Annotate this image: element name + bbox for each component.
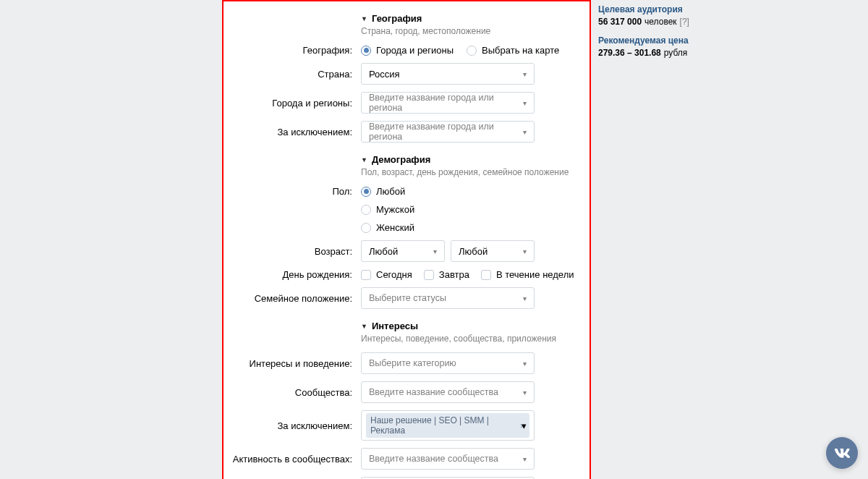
sidebar-price-value: 279.36 – 301.68 <box>598 48 661 58</box>
checkbox-bday-tomorrow[interactable]: Завтра <box>424 269 469 280</box>
select-country[interactable]: Россия ▾ <box>361 63 535 85</box>
chevron-down-icon: ▾ <box>523 128 527 136</box>
chevron-down-icon[interactable]: ▼ <box>361 323 367 330</box>
label-geo-except: За исключением: <box>224 127 361 137</box>
radio-icon <box>467 46 477 56</box>
label-communities-except: За исключением: <box>224 420 361 431</box>
radio-sex-any[interactable]: Любой <box>361 186 414 197</box>
label-sex: Пол: <box>224 186 361 197</box>
section-subtitle: Страна, город, местоположение <box>361 26 590 36</box>
chevron-down-icon: ▾ <box>433 247 437 255</box>
section-geography-header: ▼ География Страна, город, местоположени… <box>361 9 590 45</box>
sidebar-stats: Целевая аудитория 56 317 000 человек [?]… <box>598 0 699 479</box>
section-subtitle: Пол, возраст, день рождения, семейное по… <box>361 167 590 177</box>
checkbox-icon <box>361 270 371 280</box>
section-title: Интересы <box>372 321 418 331</box>
chevron-down-icon: ▾ <box>523 455 527 463</box>
radio-icon <box>361 46 371 56</box>
chevron-down-icon[interactable]: ▼ <box>361 156 367 164</box>
select-age-from[interactable]: Любой ▾ <box>361 240 445 262</box>
chevron-down-icon: ▾ <box>522 420 527 431</box>
chevron-down-icon: ▾ <box>523 70 527 78</box>
chevron-down-icon: ▾ <box>523 247 527 255</box>
input-communities[interactable]: Введите название сообщества ▾ <box>361 381 535 403</box>
input-cities-regions[interactable]: Введите название города или региона ▾ <box>361 92 535 114</box>
vk-fab-button[interactable] <box>826 437 858 469</box>
select-interests-behavior[interactable]: Выберите категорию ▾ <box>361 352 535 374</box>
label-birthday: День рождения: <box>224 269 361 280</box>
help-icon[interactable]: [?] <box>680 17 689 27</box>
label-communities: Сообщества: <box>224 387 361 398</box>
radio-icon <box>361 187 371 197</box>
token-excluded-community: Наше решение | SEO | SMM | Реклама × <box>366 413 529 438</box>
radio-cities-regions[interactable]: Города и регионы <box>361 45 454 56</box>
checkbox-icon <box>481 270 491 280</box>
radio-icon <box>361 223 371 233</box>
section-interests-header: ▼ Интересы Интересы, поведение, сообщест… <box>361 316 590 352</box>
checkbox-icon <box>424 270 434 280</box>
select-marital[interactable]: Выберите статусы ▾ <box>361 287 535 309</box>
checkbox-bday-week[interactable]: В течение недели <box>481 269 574 280</box>
section-title: География <box>372 13 422 24</box>
chevron-down-icon[interactable]: ▼ <box>361 15 367 22</box>
chevron-down-icon: ▾ <box>523 99 527 107</box>
radio-sex-male[interactable]: Мужской <box>361 204 414 215</box>
radio-icon <box>361 205 371 215</box>
radio-select-on-map[interactable]: Выбрать на карте <box>467 45 559 56</box>
input-geo-except[interactable]: Введите название города или региона ▾ <box>361 121 535 143</box>
sidebar-audience-title: Целевая аудитория <box>598 4 699 14</box>
section-subtitle: Интересы, поведение, сообщества, приложе… <box>361 334 590 344</box>
label-interests-behavior: Интересы и поведение: <box>224 358 361 369</box>
select-age-to[interactable]: Любой ▾ <box>451 240 535 262</box>
label-country: Страна: <box>224 69 361 80</box>
label-activity: Активность в сообществах: <box>224 454 361 465</box>
input-communities-except[interactable]: Наше решение | SEO | SMM | Реклама × ▾ <box>361 410 535 441</box>
section-demography-header: ▼ Демография Пол, возраст, день рождения… <box>361 150 590 186</box>
sidebar-price-title: Рекомендуемая цена <box>598 35 699 46</box>
checkbox-bday-today[interactable]: Сегодня <box>361 269 412 280</box>
targeting-panel: ▼ География Страна, город, местоположени… <box>222 0 591 479</box>
label-geography: География: <box>224 45 361 56</box>
label-age: Возраст: <box>224 246 361 257</box>
sidebar-audience-value: 56 317 000 <box>598 17 642 27</box>
vk-icon <box>834 449 850 458</box>
chevron-down-icon: ▾ <box>523 389 527 397</box>
radio-sex-female[interactable]: Женский <box>361 222 414 233</box>
label-cities-regions: Города и регионы: <box>224 98 361 109</box>
label-marital: Семейное положение: <box>224 293 361 304</box>
input-activity[interactable]: Введите название сообщества ▾ <box>361 448 535 470</box>
chevron-down-icon: ▾ <box>523 360 527 368</box>
section-title: Демография <box>372 154 430 165</box>
chevron-down-icon: ▾ <box>523 294 527 302</box>
